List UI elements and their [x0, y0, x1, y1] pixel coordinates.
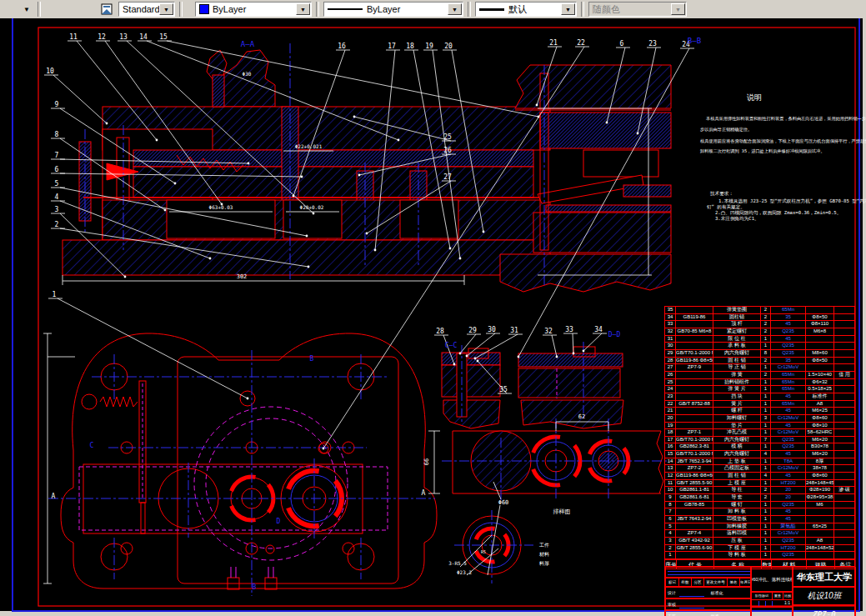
bom-cell [833, 451, 855, 458]
bom-cell: 限 位 柱 [713, 336, 760, 343]
bom-cell: 31 [664, 336, 675, 343]
bom-cell [675, 423, 713, 429]
bom-cell [833, 321, 855, 328]
class-cell: 机设10班 [793, 587, 856, 605]
bom-cell: GB2862.3-81 [675, 443, 713, 450]
dim-text: 排样图 [553, 508, 571, 515]
bom-row: 8GB78-85螺 钉1Q235M6 [664, 501, 855, 508]
bom-cell: 卸料螺钉 [713, 415, 760, 422]
bom-cell: 1 [664, 552, 675, 558]
dim-text: B [253, 583, 257, 591]
bom-cell: Φ8×50 [805, 314, 833, 321]
bom-cell: 15 [664, 451, 675, 458]
bom-cell: 挡 块 [713, 393, 760, 400]
bom-cell: 20 [664, 415, 675, 422]
bom-cell: 65×25 [805, 523, 833, 530]
bom-cell [833, 423, 855, 429]
bom-cell [675, 523, 713, 530]
bom-cell: 4 [760, 473, 770, 479]
bom-cell: 导 柱 [713, 487, 760, 493]
bom-cell: 圆柱销 [713, 314, 760, 321]
bom-row: 13ZP7-2凸模固定板1Cr12MoV38×78 [664, 464, 855, 472]
bom-cell: 65Mn [770, 372, 805, 378]
bom-cell: Φ28×95×38 [805, 494, 833, 501]
bom-cell [833, 538, 855, 544]
bom-cell: 弹 簧 [713, 372, 760, 378]
bom-cell [833, 458, 855, 465]
check-row: 审核 [665, 598, 751, 610]
bom-cell: 45 [770, 423, 805, 429]
drawing-canvas[interactable]: 1234567891011121314151617181920252627212… [0, 18, 863, 611]
tech-requirement-line: 技术要求： [709, 191, 733, 197]
bom-cell: 螺 杆 [713, 408, 760, 414]
detail-sections [442, 342, 623, 428]
callout-number: 34 [594, 326, 603, 333]
strip-layout [442, 418, 667, 500]
callout-dot [573, 353, 575, 355]
bom-cell: 65Mn [770, 401, 805, 408]
bom-cell: 2 [760, 307, 770, 313]
dim-text: 工件 [539, 542, 549, 548]
bom-cell: 45 [770, 508, 805, 515]
bom-cell: Q235 [770, 328, 805, 335]
bom-cell [833, 408, 855, 414]
notes-line: 本模具采用弹性卸料装置和刚性打料装置，条料由左向右送进，采用始用挡料销一步一步初… [706, 116, 866, 122]
revision-label: 标记 [666, 578, 678, 586]
bom-cell: 33 [664, 321, 675, 328]
bom-cell: GB/T 2855.5-90 [675, 480, 713, 487]
bom-cell: 8 [664, 502, 675, 508]
callout-number: 26 [443, 147, 452, 154]
bom-cell [833, 523, 855, 530]
bom-cell [675, 379, 713, 386]
bom-cell: 2 [760, 487, 770, 493]
callout-dot [164, 209, 167, 212]
bom-row: 20卸料螺钉3Cr12MoVΦ8×60 [664, 414, 855, 422]
bom-row: 27ZP7-9导 正 销1Cr12MoV [664, 363, 855, 371]
bom-cell: M8×60 [805, 350, 833, 357]
bom-cell: 45 [770, 336, 805, 343]
bom-cell: 导 料 板 [713, 552, 760, 558]
bom-cell: Cr12MoV [770, 530, 805, 537]
sheet-count-cell: 共 张 第 张 [751, 607, 793, 616]
callout-number: 19 [425, 43, 433, 50]
notes-line: 步以后由导正销精确定位。 [700, 127, 752, 133]
bom-cell: 导 套 [713, 494, 760, 501]
bom-cell [833, 473, 855, 479]
callout-number: 29 [468, 327, 477, 334]
bom-cell: JB/T 7643.2-94 [675, 516, 713, 523]
callout-dot [106, 123, 108, 125]
bom-cell: 簧 片 [713, 401, 760, 408]
bom-row: 3GB/T 4342-92压 板1Q235A8 [664, 537, 855, 544]
product-name-cell: Φ60冲孔、落料连续模 [751, 567, 793, 592]
bom-cell: 9 [664, 494, 675, 501]
bom-cell: ZP7-2 [675, 465, 713, 472]
dim-text: Φ23.2 [457, 569, 472, 575]
revision-label: 分区 [691, 578, 703, 586]
callout-leader [58, 298, 248, 398]
callout-dot [323, 448, 325, 450]
bom-cell: Φ8×60 [805, 473, 833, 479]
bom-cell: 渗 碳 [833, 487, 855, 493]
bom-cell: 5 [664, 523, 675, 530]
bom-cell: 16 [664, 443, 675, 450]
bom-row: 4ZP7-4落料凹模1Cr12MoV [664, 529, 855, 537]
bom-cell: GB/T70.1-2000 M8×60 [675, 350, 713, 357]
bom-cell: Φ28×190 [805, 487, 833, 493]
bom-cell [833, 516, 855, 523]
bom-cell: GB/T 4342-92 [675, 538, 713, 544]
bom-cell [833, 314, 855, 321]
bom-cell: 2 [760, 358, 770, 364]
bom-cell: T8A [770, 458, 805, 465]
bom-cell [675, 393, 713, 400]
callout-number: 9 [55, 101, 59, 108]
bom-cell: 26 [664, 372, 675, 378]
bom-cell [833, 386, 855, 393]
bom-cell: 内六角螺钉 [713, 350, 760, 357]
bom-cell: 45 [770, 393, 805, 400]
bom-cell: Q235 [770, 437, 805, 443]
revision-label: 签名 [727, 578, 739, 586]
bom-cell [805, 307, 833, 313]
callout-dot [301, 176, 303, 178]
bom-cell: 7 [664, 508, 675, 515]
callout-dot [556, 356, 558, 358]
